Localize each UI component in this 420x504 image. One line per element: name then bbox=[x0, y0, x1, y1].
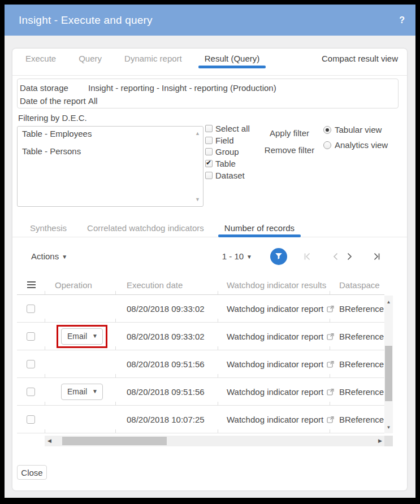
close-button[interactable]: Close bbox=[17, 465, 47, 480]
checkbox-label: Group bbox=[215, 147, 239, 157]
secondary-tabs: SynthesisCorrelated watchdog indicatorsN… bbox=[12, 207, 407, 237]
tab-synthesis[interactable]: Synthesis bbox=[24, 207, 73, 237]
scroll-left-icon[interactable]: ◀ bbox=[47, 436, 51, 446]
column-header-dataspace[interactable]: Dataspace bbox=[330, 280, 384, 290]
tab-result-query[interactable]: Result (Query) bbox=[198, 49, 266, 75]
tab-execute[interactable]: Execute bbox=[19, 49, 62, 75]
dialog: Insight - Execute and query ? ExecuteQue… bbox=[5, 5, 415, 498]
view-radio-group: Tabular viewAnalytics view bbox=[323, 123, 388, 154]
report-info-panel: Data storage Insight - reporting - Insig… bbox=[17, 79, 399, 108]
info-value: All bbox=[88, 94, 98, 107]
horizontal-scrollbar-row: ◀ ▶ bbox=[17, 436, 393, 446]
checkbox-icon[interactable] bbox=[205, 125, 213, 132]
scroll-down-icon[interactable]: ▼ bbox=[384, 425, 393, 430]
chevron-down-icon: ▼ bbox=[246, 254, 252, 260]
tab-correlated-watchdog-indicators[interactable]: Correlated watchdog indicators bbox=[81, 207, 210, 237]
checkbox-label: Field bbox=[215, 136, 234, 145]
info-row: Date of the report All bbox=[20, 94, 392, 107]
radio-icon[interactable] bbox=[323, 141, 331, 149]
next-page-button[interactable] bbox=[347, 252, 353, 261]
column-menu-header[interactable] bbox=[17, 281, 45, 288]
column-header-operation[interactable]: Operation bbox=[45, 280, 115, 290]
radio-selected-icon[interactable] bbox=[323, 126, 331, 134]
listbox-item-table-persons[interactable]: Table - Persons bbox=[22, 145, 192, 156]
scrollbar-thumb[interactable] bbox=[385, 346, 392, 401]
execution-date-cell: 08/20/2018 10:07:25 bbox=[115, 415, 218, 424]
checkbox-checked-icon[interactable] bbox=[205, 160, 213, 167]
tab-number-of-records[interactable]: Number of records bbox=[218, 207, 301, 237]
checkbox-icon[interactable] bbox=[205, 148, 213, 155]
execution-date-cell: 08/20/2018 09:33:02 bbox=[115, 332, 218, 341]
dataspace-cell: BReference bbox=[330, 332, 384, 341]
dataspace-cell: BReference bbox=[330, 304, 384, 314]
checkbox-icon[interactable] bbox=[205, 172, 213, 179]
filter-checkbox-dataset[interactable]: Dataset bbox=[205, 170, 255, 181]
view-radio-analytics-view[interactable]: Analytics view bbox=[323, 138, 388, 151]
chevron-down-icon: ▼ bbox=[62, 254, 67, 260]
watchdog-report-link[interactable]: Watchdog indicator report bbox=[227, 304, 323, 314]
dialog-card: ExecuteQueryDynamic reportResult (Query)… bbox=[12, 49, 407, 490]
filter-section: Table - EmployeesTable - Persons▲ ▼ Sele… bbox=[12, 123, 407, 207]
pager bbox=[302, 252, 382, 261]
chevron-down-icon: ▼ bbox=[92, 388, 98, 394]
tab-dynamic-report[interactable]: Dynamic report bbox=[118, 49, 188, 75]
watchdog-report-link[interactable]: Watchdog indicator report bbox=[227, 387, 323, 397]
compact-result-view-link[interactable]: Compact result view bbox=[322, 49, 398, 75]
actions-menu-button[interactable]: Actions▼ bbox=[31, 251, 67, 261]
first-page-button[interactable] bbox=[302, 252, 312, 261]
remove-filter-button[interactable]: Remove filter bbox=[263, 145, 315, 155]
filter-checkbox-table[interactable]: Table bbox=[205, 158, 255, 170]
dec-listbox[interactable]: Table - EmployeesTable - Persons▲ ▼ bbox=[17, 126, 203, 207]
filter-checkbox-group: Select allFieldGroupTableDataset bbox=[205, 123, 255, 181]
filter-checkbox-field[interactable]: Field bbox=[205, 134, 255, 146]
watchdog-report-link[interactable]: Watchdog indicator report bbox=[227, 332, 323, 341]
column-header-watchdog-results[interactable]: Watchdog indicator results bbox=[218, 280, 330, 290]
filter-button[interactable] bbox=[270, 248, 287, 265]
page-title: Insight - Execute and query bbox=[19, 14, 153, 27]
row-checkbox[interactable] bbox=[27, 415, 35, 424]
scroll-down-icon[interactable]: ▼ bbox=[195, 197, 200, 202]
operation-dropdown[interactable]: Email▼ bbox=[61, 328, 103, 345]
listbox-item-table-employees[interactable]: Table - Employees bbox=[22, 128, 192, 138]
column-header-execution-date[interactable]: Execution date bbox=[115, 280, 218, 290]
table-row: ▼ 08/20/2018 10:07:25 Watchdog indicator… bbox=[17, 406, 384, 433]
checkbox-icon[interactable] bbox=[205, 137, 213, 144]
scroll-up-icon[interactable]: ▲ bbox=[195, 131, 200, 136]
table-header: Operation Execution date Watchdog indica… bbox=[17, 275, 384, 295]
radio-label: Analytics view bbox=[335, 140, 388, 150]
info-label: Data storage bbox=[20, 81, 88, 94]
horizontal-scrollbar[interactable]: ◀ ▶ bbox=[45, 436, 385, 446]
row-checkbox[interactable] bbox=[27, 305, 35, 313]
table-row: Email▼ 08/20/2018 09:33:02 Watchdog indi… bbox=[17, 323, 384, 350]
dataspace-cell: BReference bbox=[330, 359, 384, 369]
table-body: ▼ 08/20/2018 09:33:02 Watchdog indicator… bbox=[17, 295, 393, 433]
operation-dropdown[interactable]: Email▼ bbox=[61, 384, 103, 400]
row-checkbox[interactable] bbox=[27, 388, 35, 396]
info-value: Insight - reporting - Insight - reportin… bbox=[88, 81, 276, 94]
scrollbar-corner bbox=[384, 436, 393, 446]
scroll-up-icon[interactable]: ▲ bbox=[384, 299, 393, 305]
execution-date-cell: 08/20/2018 09:51:56 bbox=[115, 387, 218, 397]
filter-checkbox-select-all[interactable]: Select all bbox=[205, 123, 255, 134]
view-radio-tabular-view[interactable]: Tabular view bbox=[323, 123, 388, 136]
vertical-scrollbar[interactable]: ▲ ▼ bbox=[384, 296, 393, 433]
watchdog-report-link[interactable]: Watchdog indicator report bbox=[227, 415, 323, 424]
scroll-right-icon[interactable]: ▶ bbox=[378, 436, 382, 446]
row-checkbox[interactable] bbox=[27, 332, 35, 341]
primary-tabs: ExecuteQueryDynamic reportResult (Query)… bbox=[12, 49, 407, 76]
execution-date-cell: 08/20/2018 09:51:56 bbox=[115, 359, 218, 369]
filter-checkbox-group[interactable]: Group bbox=[205, 146, 255, 158]
radio-label: Tabular view bbox=[335, 125, 382, 134]
filter-actions: Apply filter Remove filter bbox=[263, 123, 315, 155]
apply-filter-button[interactable]: Apply filter bbox=[263, 128, 315, 138]
filtering-title: Filtering by D.E.C. bbox=[18, 114, 407, 122]
scrollbar-thumb[interactable] bbox=[62, 437, 167, 445]
record-range-dropdown[interactable]: 1 - 10▼ bbox=[222, 251, 252, 261]
watchdog-report-link[interactable]: Watchdog indicator report bbox=[227, 359, 323, 369]
row-checkbox[interactable] bbox=[27, 360, 35, 368]
last-page-button[interactable] bbox=[372, 252, 382, 261]
help-button[interactable]: ? bbox=[399, 15, 405, 25]
tab-query[interactable]: Query bbox=[72, 49, 108, 75]
previous-page-button[interactable] bbox=[332, 252, 339, 261]
pagination-controls: 1 - 10▼ bbox=[222, 248, 382, 265]
